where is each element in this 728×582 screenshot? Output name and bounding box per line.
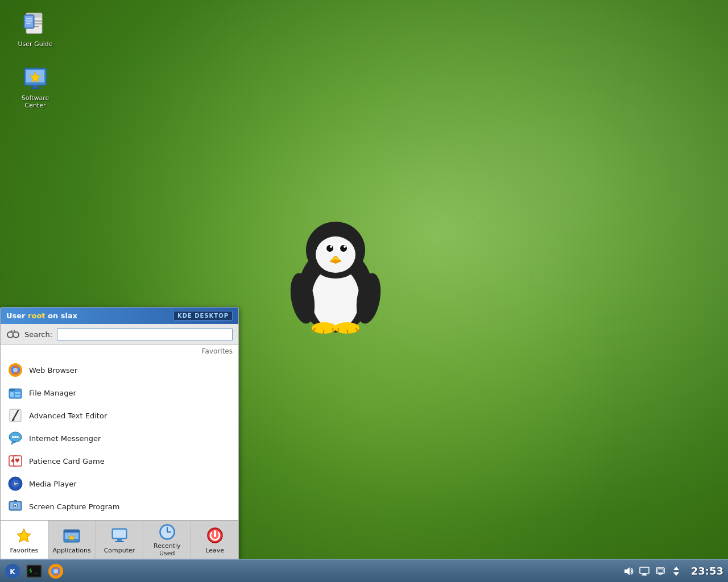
applications-tab-label: Applications [53, 547, 91, 554]
svg-point-22 [340, 245, 347, 252]
software-center-icon [22, 65, 49, 92]
text-editor-icon [7, 408, 23, 423]
svg-rect-96 [640, 567, 649, 573]
desktop-icon-user-guide[interactable]: User Guide [13, 9, 58, 50]
menu-user-text: User root on slax [6, 311, 77, 320]
screen-tray-icon[interactable] [639, 566, 650, 577]
taskbar-right: 23:53 [618, 565, 728, 577]
kde-menu: User root on slax KDE DESKTOP Search: Fa… [0, 307, 239, 559]
volume-icon[interactable] [623, 566, 634, 577]
computer-tab-label: Computer [104, 547, 135, 554]
star-icon [14, 525, 34, 546]
taskbar: K $ _ [0, 559, 728, 582]
svg-point-18 [316, 236, 355, 273]
svg-line-34 [338, 328, 338, 332]
system-clock[interactable]: 23:53 [691, 565, 723, 577]
hostname: slax [61, 311, 77, 320]
svg-rect-101 [659, 573, 662, 575]
search-label: Search: [24, 330, 52, 339]
menu-item-patience-card-game[interactable]: ♠ ♥ Patience Card Game [1, 450, 238, 472]
menu-search-bar: Search: [1, 324, 238, 345]
svg-point-57 [16, 436, 19, 438]
svg-point-56 [14, 436, 16, 438]
network-tray-icon[interactable] [655, 566, 666, 577]
user-guide-icon [22, 11, 49, 38]
desktop-icon-software-center[interactable]: Software Center [13, 63, 58, 111]
svg-rect-70 [14, 500, 17, 502]
menu-items-list: Web Browser File Manager [1, 356, 238, 520]
svg-rect-77 [113, 530, 126, 538]
file-manager-icon [7, 385, 23, 401]
media-player-label: Media Player [29, 480, 77, 488]
screen-capture-icon [7, 498, 23, 514]
recently-used-icon [157, 523, 177, 541]
svg-rect-39 [12, 333, 14, 335]
svg-rect-86 [214, 530, 216, 537]
svg-marker-102 [673, 567, 679, 570]
favorites-tab-label: Favorites [10, 547, 39, 554]
taskbar-left: K $ _ [0, 562, 68, 580]
username: root [28, 311, 46, 320]
terminal-button[interactable]: $ _ [24, 562, 44, 580]
menu-item-web-browser[interactable]: Web Browser [1, 359, 238, 381]
recently-used-tab-label: Recently Used [146, 542, 188, 557]
firefox-taskbar-button[interactable] [46, 562, 66, 580]
screen-capture-label: Screen Capture Program [29, 502, 120, 511]
firefox-icon [7, 362, 23, 378]
svg-rect-6 [25, 16, 33, 27]
menu-item-internet-messenger[interactable]: Internet Messenger [1, 427, 238, 450]
menu-header: User root on slax KDE DESKTOP [1, 307, 238, 324]
computer-icon [109, 525, 130, 546]
svg-point-24 [344, 246, 346, 248]
menu-item-screen-capture[interactable]: Screen Capture Program [1, 495, 238, 518]
svg-rect-100 [657, 569, 663, 572]
svg-text:K: K [10, 568, 15, 576]
svg-text:♥: ♥ [15, 458, 20, 464]
svg-point-44 [13, 368, 18, 372]
menu-item-file-manager[interactable]: File Manager [1, 381, 238, 404]
svg-rect-47 [10, 392, 14, 397]
svg-line-33 [333, 328, 333, 332]
tux-penguin [279, 216, 404, 341]
svg-rect-14 [31, 88, 40, 89]
svg-point-23 [330, 246, 332, 248]
svg-rect-98 [642, 575, 647, 576]
user-guide-label: User Guide [18, 40, 53, 48]
tab-applications[interactable]: Applications [48, 521, 96, 559]
search-input[interactable] [57, 329, 233, 340]
menu-tabs: Favorites Applications [1, 520, 238, 559]
applications-icon [61, 525, 82, 546]
svg-point-55 [12, 436, 14, 438]
svg-rect-78 [117, 539, 122, 541]
menu-item-advanced-text-editor[interactable]: Advanced Text Editor [1, 404, 238, 427]
tab-computer[interactable]: Computer [96, 521, 144, 559]
arrows-icon[interactable] [671, 566, 682, 577]
svg-marker-95 [624, 567, 630, 575]
tab-favorites[interactable]: Favorites [1, 521, 48, 559]
svg-point-69 [14, 505, 16, 507]
favorites-section-label: Favorites [1, 345, 238, 356]
tab-recently-used[interactable]: Recently Used [143, 521, 191, 559]
svg-marker-54 [11, 441, 16, 444]
svg-rect-41 [14, 330, 15, 333]
svg-marker-71 [17, 529, 31, 542]
menu-item-media-player[interactable]: Media Player [1, 472, 238, 495]
messenger-icon [7, 430, 23, 446]
svg-rect-79 [115, 541, 124, 542]
file-manager-label: File Manager [29, 389, 76, 397]
software-center-label: Software Center [15, 94, 56, 109]
kde-start-button[interactable]: K [2, 562, 23, 580]
svg-rect-48 [15, 392, 20, 394]
web-browser-label: Web Browser [29, 366, 77, 375]
svg-rect-74 [64, 530, 80, 533]
svg-point-94 [53, 569, 58, 573]
patience-card-game-label: Patience Card Game [29, 457, 105, 465]
kde-badge: KDE DESKTOP [173, 311, 233, 321]
leave-tab-label: Leave [205, 547, 224, 554]
svg-rect-97 [643, 573, 646, 575]
svg-rect-46 [9, 389, 15, 391]
internet-messenger-label: Internet Messenger [29, 434, 101, 443]
svg-rect-40 [11, 330, 13, 333]
svg-rect-49 [15, 395, 20, 397]
tab-leave[interactable]: Leave [191, 521, 238, 559]
